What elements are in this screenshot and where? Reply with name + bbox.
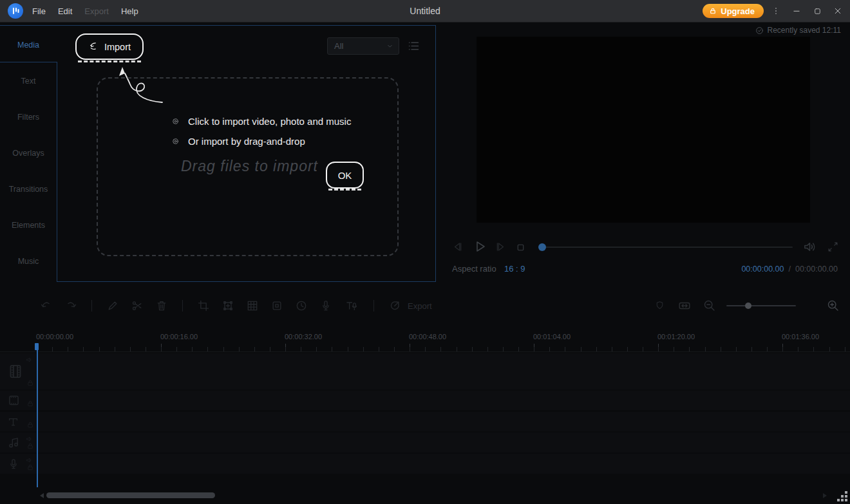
app-logo-icon bbox=[8, 3, 23, 19]
delete-icon[interactable] bbox=[155, 299, 168, 312]
track-lock-icon[interactable] bbox=[26, 442, 34, 450]
ruler-baseline bbox=[0, 351, 850, 352]
upgrade-label: Upgrade bbox=[721, 6, 755, 16]
duration-icon[interactable] bbox=[295, 299, 308, 312]
total-duration: 00:00:00.00 bbox=[795, 265, 838, 274]
ruler-label: 00:00:16.00 bbox=[160, 333, 198, 341]
ruler-label: 00:01:36.00 bbox=[782, 333, 819, 341]
ruler-ticks[interactable] bbox=[37, 347, 850, 351]
track-lock-icon[interactable] bbox=[26, 463, 34, 471]
toolbar-separator bbox=[182, 300, 183, 312]
playhead[interactable] bbox=[37, 343, 38, 487]
scroll-left-arrow[interactable] bbox=[40, 493, 44, 498]
minimize-button[interactable] bbox=[791, 6, 802, 16]
ruler-label: 00:01:04.00 bbox=[533, 333, 571, 341]
horizontal-scrollbar[interactable] bbox=[46, 492, 215, 498]
redo-icon[interactable] bbox=[64, 299, 77, 312]
aspect-ratio-label: Aspect ratio bbox=[452, 264, 496, 274]
menu-help[interactable]: Help bbox=[121, 6, 138, 16]
check-circle-icon bbox=[755, 26, 764, 35]
mic-icon bbox=[7, 458, 20, 471]
next-frame-button[interactable] bbox=[495, 241, 507, 253]
edit-toolbar: Export bbox=[40, 295, 432, 317]
track-lock-icon[interactable] bbox=[26, 400, 34, 407]
sidebar-tab-media[interactable]: Media bbox=[0, 41, 57, 51]
track-music[interactable] bbox=[0, 433, 850, 453]
text-to-speech-icon[interactable] bbox=[344, 299, 359, 312]
mosaic-icon[interactable] bbox=[246, 299, 259, 312]
scroll-right-arrow[interactable] bbox=[823, 493, 827, 498]
seek-bar[interactable] bbox=[538, 247, 793, 248]
lock-icon bbox=[709, 7, 717, 15]
fullscreen-icon[interactable] bbox=[827, 241, 839, 253]
menu-export: Export bbox=[84, 6, 109, 16]
play-button[interactable] bbox=[472, 239, 487, 254]
menu-edit[interactable]: Edit bbox=[58, 6, 72, 16]
panel-border bbox=[0, 62, 57, 62]
maximize-button[interactable] bbox=[811, 6, 823, 16]
track-voiceover[interactable] bbox=[0, 454, 850, 474]
edit-icon[interactable] bbox=[106, 299, 119, 312]
panel-border bbox=[57, 62, 57, 282]
film-frame-icon bbox=[7, 394, 21, 407]
timeline-zoom-thumb[interactable] bbox=[745, 303, 751, 309]
record-voiceover-icon[interactable] bbox=[319, 299, 332, 312]
volume-icon[interactable] bbox=[802, 239, 817, 254]
sidebar-tab-elements[interactable]: Elements bbox=[0, 221, 57, 231]
media-filter-dropdown[interactable]: All bbox=[327, 37, 399, 55]
shield-icon[interactable] bbox=[654, 299, 665, 312]
sidebar-tab-filters[interactable]: Filters bbox=[0, 113, 57, 123]
stop-button[interactable] bbox=[515, 242, 526, 253]
sidebar-tab-overlays[interactable]: Overlays bbox=[0, 149, 57, 159]
seek-thumb[interactable] bbox=[538, 243, 546, 251]
timecode-display: 00:00:00.00 / 00:00:00.00 bbox=[741, 265, 838, 274]
list-view-icon[interactable] bbox=[407, 39, 420, 53]
export-button[interactable]: Export bbox=[408, 301, 432, 311]
import-button[interactable]: Import bbox=[75, 33, 144, 60]
track-pip[interactable] bbox=[0, 391, 850, 410]
upgrade-button[interactable]: Upgrade bbox=[703, 4, 764, 18]
current-time: 00:00:00.00 bbox=[741, 265, 784, 274]
close-button[interactable] bbox=[832, 6, 844, 16]
resize-grip[interactable] bbox=[837, 491, 849, 503]
track-lock-icon[interactable] bbox=[26, 421, 34, 429]
previous-frame-button[interactable] bbox=[451, 241, 464, 253]
toolbar-separator bbox=[91, 300, 92, 312]
track-lock-icon[interactable] bbox=[26, 379, 34, 387]
sidebar-tab-text[interactable]: Text bbox=[0, 77, 57, 87]
undo-icon[interactable] bbox=[40, 299, 53, 312]
import-label: Import bbox=[104, 42, 131, 52]
transform-icon[interactable] bbox=[222, 299, 234, 312]
import-icon bbox=[88, 41, 99, 52]
panel-border bbox=[57, 281, 435, 282]
ruler-label: 00:00:32.00 bbox=[285, 333, 322, 341]
zoom-in-icon[interactable] bbox=[826, 299, 840, 312]
playhead-handle[interactable] bbox=[35, 343, 39, 350]
track-video[interactable] bbox=[0, 353, 850, 389]
aspect-ratio-value[interactable]: 16 : 9 bbox=[504, 264, 525, 274]
import-instruction-2: Or import by drag-and-drop bbox=[171, 136, 305, 147]
fit-timeline-icon[interactable] bbox=[677, 299, 692, 313]
preview-canvas bbox=[477, 37, 810, 223]
menu-bar: File Edit Export Help bbox=[32, 0, 138, 22]
panel-border bbox=[0, 25, 435, 26]
menu-file[interactable]: File bbox=[32, 6, 46, 16]
saved-status-text: Recently saved 12:11 bbox=[767, 26, 841, 35]
sidebar-tab-music[interactable]: Music bbox=[0, 257, 57, 267]
ruler-label: 00:00:00.00 bbox=[36, 333, 73, 341]
split-icon[interactable] bbox=[131, 299, 144, 312]
ok-button[interactable]: OK bbox=[326, 162, 364, 189]
music-note-icon bbox=[7, 436, 21, 449]
bullet-icon bbox=[171, 137, 180, 145]
export-icon[interactable] bbox=[388, 299, 401, 312]
sidebar-tab-transitions[interactable]: Transitions bbox=[0, 185, 57, 195]
titlebar: File Edit Export Help Untitled Upgrade bbox=[0, 0, 850, 23]
track-text[interactable] bbox=[0, 412, 850, 431]
dropzone-hint: Drag files to import bbox=[181, 158, 318, 175]
track-mute-icon[interactable] bbox=[26, 356, 33, 364]
more-menu-icon[interactable] bbox=[771, 6, 780, 16]
crop-icon[interactable] bbox=[197, 299, 210, 312]
freeze-frame-icon[interactable] bbox=[270, 299, 283, 312]
timeline-zoom-slider[interactable] bbox=[726, 305, 796, 306]
zoom-out-icon[interactable] bbox=[703, 299, 716, 312]
